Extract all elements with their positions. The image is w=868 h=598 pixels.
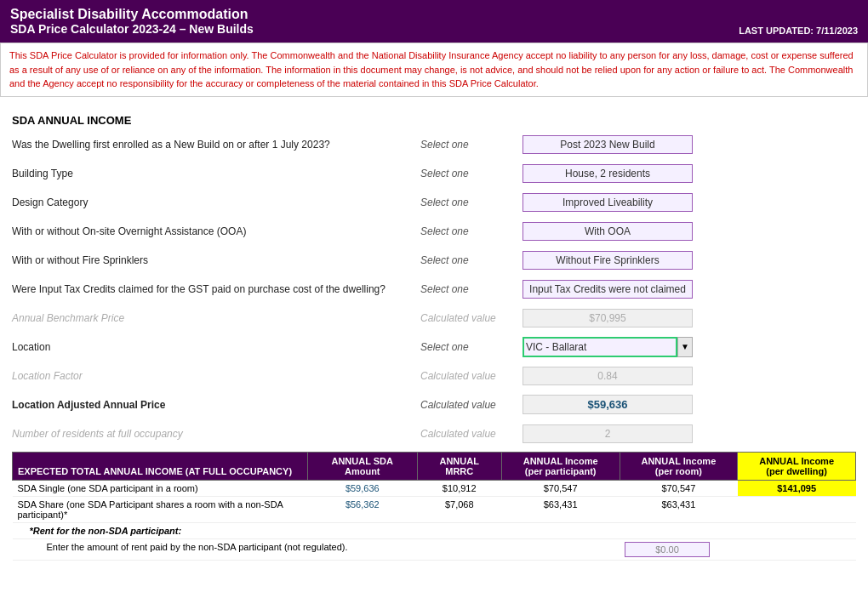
form-input-wrapper-5: Input Tax Credits were not claimed — [523, 280, 693, 299]
footnote-row-1: *Rent for the non-SDA participant: — [13, 522, 856, 538]
calc-value-10: 2 — [523, 424, 693, 443]
form-input-wrapper-4: Without Fire Sprinklers — [523, 251, 693, 270]
form-select-label-2: Select one — [420, 196, 523, 208]
income-col-header-1: ANNUAL SDA Amount — [307, 452, 417, 480]
form-input-wrapper-3: With OOA — [523, 222, 693, 241]
income-col-header-2: ANNUAL MRRC — [417, 452, 501, 480]
form-select-label-4: Select one — [420, 254, 523, 266]
form-input-wrapper-6: $70,995 — [523, 309, 693, 327]
income-per-room-1: $63,431 — [620, 496, 738, 522]
form-select-label-1: Select one — [420, 168, 523, 179]
header-titles: Specialist Disability Accommodation SDA … — [10, 7, 254, 36]
income-table: EXPECTED TOTAL ANNUAL INCOME (AT FULL OC… — [12, 452, 856, 561]
form-input-wrapper-1: House, 2 residents — [523, 164, 693, 183]
disclaimer-text: This SDA Price Calculator is provided fo… — [0, 43, 868, 97]
income-row-label-1: SDA Share (one SDA Participant shares a … — [13, 496, 308, 522]
income-col-header-3: ANNUAL Income (per participant) — [501, 452, 620, 480]
income-per-participant-0: $70,547 — [501, 480, 620, 496]
dropdown-arrow-icon[interactable]: ▼ — [677, 337, 693, 357]
income-col-header-4: ANNUAL Income (per room) — [620, 452, 738, 480]
form-row-3: With or without On-site Overnight Assist… — [12, 220, 856, 242]
form-label-3: With or without On-site Overnight Assist… — [12, 225, 420, 237]
form-select-label-7: Select one — [420, 341, 523, 353]
income-per-dwelling-1 — [738, 496, 856, 522]
calc-value-8: 0.84 — [523, 367, 693, 385]
income-row-1: SDA Share (one SDA Participant shares a … — [13, 496, 856, 522]
form-input-wrapper-2: Improved Liveability — [523, 193, 693, 212]
calc-blue-value-9: $59,636 — [523, 395, 693, 414]
form-label-0: Was the Dwelling first enrolled as a New… — [12, 139, 420, 151]
page-header: Specialist Disability Accommodation SDA … — [0, 0, 868, 43]
form-label-5: Were Input Tax Credits claimed for the G… — [12, 283, 420, 295]
income-per-participant-1: $63,431 — [501, 496, 620, 522]
main-content: SDA ANNUAL INCOME Was the Dwelling first… — [0, 97, 868, 569]
form-select-label-8: Calculated value — [420, 370, 523, 382]
income-per-room-0: $70,547 — [620, 480, 738, 496]
income-per-dwelling-0: $141,095 — [738, 480, 856, 496]
form-label-9: Location Adjusted Annual Price — [12, 399, 420, 411]
income-annual-sda-0: $59,636 — [307, 480, 417, 496]
form-label-4: With or without Fire Sprinklers — [12, 254, 420, 266]
last-updated: LAST UPDATED: 7/11/2023 — [739, 26, 858, 36]
rent-input-cell — [620, 538, 856, 560]
income-col-header-0: EXPECTED TOTAL ANNUAL INCOME (AT FULL OC… — [13, 452, 308, 480]
income-col-header-5: ANNUAL Income (per dwelling) — [738, 452, 856, 480]
main-title: Specialist Disability Accommodation — [10, 7, 254, 22]
select-2[interactable]: Improved Liveability — [523, 193, 693, 212]
select-0[interactable]: Post 2023 New Build — [523, 135, 693, 154]
form-row-0: Was the Dwelling first enrolled as a New… — [12, 134, 856, 156]
rent-input[interactable] — [625, 542, 710, 557]
form-row-10: Number of residents at full occupancyCal… — [12, 423, 856, 445]
form-label-2: Design Category — [12, 196, 420, 208]
form-select-label-3: Select one — [420, 225, 523, 237]
form-label-8: Location Factor — [12, 370, 420, 382]
form-row-6: Annual Benchmark PriceCalculated value$7… — [12, 307, 856, 329]
form-select-label-0: Select one — [420, 139, 523, 151]
form-row-1: Building TypeSelect oneHouse, 2 resident… — [12, 162, 856, 185]
form-select-label-10: Calculated value — [420, 428, 523, 440]
form-input-wrapper-10: 2 — [523, 424, 693, 443]
footnote-label: *Rent for the non-SDA participant: — [13, 522, 856, 538]
form-row-8: Location FactorCalculated value0.84 — [12, 365, 856, 387]
footnote-text: Enter the amount of rent paid by the non… — [13, 538, 620, 560]
calc-value-6: $70,995 — [523, 309, 693, 327]
form-row-9: Location Adjusted Annual PriceCalculated… — [12, 394, 856, 416]
income-row-0: SDA Single (one SDA participant in a roo… — [13, 480, 856, 496]
form-select-label-5: Select one — [420, 283, 523, 295]
income-annual-sda-1: $56,362 — [307, 496, 417, 522]
form-row-7: LocationSelect oneVIC - Ballarat▼ — [12, 336, 856, 358]
select-1[interactable]: House, 2 residents — [523, 164, 693, 183]
form-label-7: Location — [12, 341, 420, 353]
section-annual-income-title: SDA ANNUAL INCOME — [12, 114, 856, 127]
form-label-10: Number of residents at full occupancy — [12, 428, 420, 440]
form-input-wrapper-0: Post 2023 New Build — [523, 135, 693, 154]
select-3[interactable]: With OOA — [523, 222, 693, 241]
form-row-5: Were Input Tax Credits claimed for the G… — [12, 278, 856, 300]
form-select-label-9: Calculated value — [420, 399, 523, 411]
form-input-wrapper-7: VIC - Ballarat▼ — [523, 337, 693, 357]
location-wrapper: VIC - Ballarat▼ — [523, 337, 693, 357]
last-updated-value: 7/11/2023 — [816, 26, 858, 36]
form-row-4: With or without Fire SprinklersSelect on… — [12, 249, 856, 271]
form-row-2: Design CategorySelect oneImproved Liveab… — [12, 191, 856, 214]
form-input-wrapper-9: $59,636 — [523, 395, 693, 414]
last-updated-label: LAST UPDATED: — [739, 26, 814, 36]
select-4[interactable]: Without Fire Sprinklers — [523, 251, 693, 270]
location-select[interactable]: VIC - Ballarat — [523, 337, 677, 357]
select-5[interactable]: Input Tax Credits were not claimed — [523, 280, 693, 299]
income-mrrc-0: $10,912 — [417, 480, 501, 496]
form-label-1: Building Type — [12, 168, 420, 179]
form-input-wrapper-8: 0.84 — [523, 367, 693, 385]
sub-title: SDA Price Calculator 2023-24 – New Build… — [10, 22, 254, 36]
form-rows: Was the Dwelling first enrolled as a New… — [12, 134, 856, 445]
income-mrrc-1: $7,068 — [417, 496, 501, 522]
form-label-6: Annual Benchmark Price — [12, 312, 420, 324]
income-row-label-0: SDA Single (one SDA participant in a roo… — [13, 480, 308, 496]
footnote-row-2: Enter the amount of rent paid by the non… — [13, 538, 856, 560]
form-select-label-6: Calculated value — [420, 312, 523, 324]
